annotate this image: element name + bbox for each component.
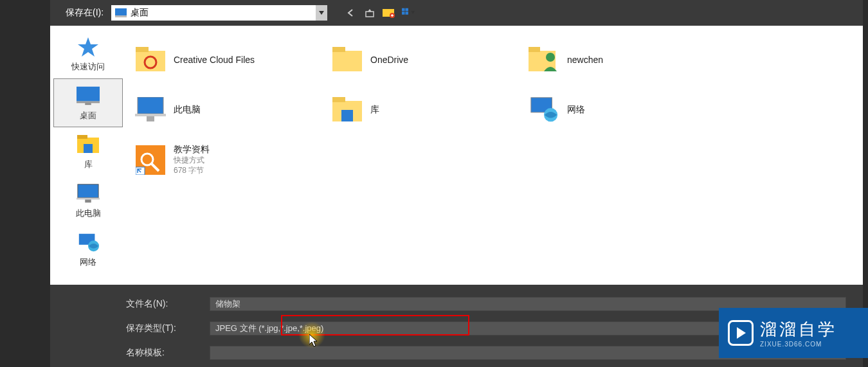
svg-rect-8 xyxy=(77,87,100,102)
user-folder-icon xyxy=(529,44,559,75)
shortcut-icon xyxy=(135,145,166,175)
folder-onedrive[interactable]: OneDrive xyxy=(328,35,525,85)
sidebar-item-label: 库 xyxy=(84,159,93,170)
sidebar-item-network[interactable]: 网络 xyxy=(53,225,123,274)
filename-value: 储物架 xyxy=(215,298,240,310)
svg-rect-23 xyxy=(332,51,362,71)
filetype-label: 保存类型(T): xyxy=(126,323,210,334)
main-area: 快速访问 桌面 库 此电脑 网络 Crea xyxy=(50,26,863,285)
svg-rect-1 xyxy=(115,15,127,17)
item-label: 库 xyxy=(370,104,379,116)
svg-rect-12 xyxy=(84,144,93,153)
svg-rect-0 xyxy=(115,8,127,15)
filetype-value: JPEG 文件 (*.jpg,*.jpe,*.jpeg) xyxy=(215,323,323,334)
desktop-icon xyxy=(115,8,127,17)
shortcut-label: 教学资料 xyxy=(174,144,210,156)
new-folder-icon[interactable] xyxy=(383,6,395,19)
svg-rect-28 xyxy=(138,97,163,114)
sidebar-item-quickaccess[interactable]: 快速访问 xyxy=(53,30,123,78)
watermark: 溜溜自学 ZIXUE.3D66.COM xyxy=(719,308,868,358)
item-libraries[interactable]: 库 xyxy=(328,85,525,135)
watermark-sub: ZIXUE.3D66.COM xyxy=(760,341,837,348)
folder-label: OneDrive xyxy=(370,55,408,65)
library-icon xyxy=(332,94,363,125)
svg-rect-10 xyxy=(85,103,91,105)
svg-rect-5 xyxy=(406,8,409,12)
network-icon xyxy=(529,94,559,125)
monitor-icon xyxy=(77,84,100,107)
svg-rect-6 xyxy=(402,12,405,15)
svg-rect-26 xyxy=(529,47,540,52)
svg-rect-9 xyxy=(77,102,100,103)
pc-icon xyxy=(77,182,100,205)
svg-rect-13 xyxy=(77,135,87,139)
sidebar-item-desktop[interactable]: 桌面 xyxy=(53,78,123,127)
file-listing: Creative Cloud Files OneDrive newchen 此电… xyxy=(126,26,863,285)
item-label: 此电脑 xyxy=(174,104,201,116)
star-icon xyxy=(77,35,100,58)
svg-rect-24 xyxy=(332,47,345,52)
pc-icon xyxy=(135,94,166,125)
folder-icon xyxy=(332,44,363,75)
filename-label: 文件名(N): xyxy=(126,298,210,310)
sidebar-item-thispc[interactable]: 此电脑 xyxy=(53,176,123,225)
folder-creative-cloud[interactable]: Creative Cloud Files xyxy=(131,35,328,85)
svg-rect-30 xyxy=(135,114,166,116)
up-level-icon[interactable] xyxy=(363,6,376,19)
sidebar-item-libraries[interactable]: 库 xyxy=(53,127,123,176)
folder-icon xyxy=(135,44,166,75)
item-label: 网络 xyxy=(567,104,585,116)
view-menu-icon[interactable] xyxy=(402,6,415,19)
svg-rect-33 xyxy=(341,110,353,121)
svg-rect-17 xyxy=(85,199,91,202)
save-in-value: 桌面 xyxy=(131,7,149,19)
svg-rect-7 xyxy=(406,12,409,15)
play-icon xyxy=(728,320,754,346)
folder-user[interactable]: newchen xyxy=(525,35,721,85)
library-icon xyxy=(77,133,100,156)
folder-label: newchen xyxy=(567,55,603,65)
network-icon xyxy=(77,231,100,254)
sidebar-item-label: 桌面 xyxy=(80,110,96,121)
svg-rect-31 xyxy=(147,116,154,121)
svg-rect-4 xyxy=(402,8,405,12)
template-label: 名称模板: xyxy=(126,347,210,359)
folder-label: Creative Cloud Files xyxy=(174,55,255,65)
svg-rect-16 xyxy=(77,198,100,200)
places-sidebar: 快速访问 桌面 库 此电脑 网络 xyxy=(50,26,126,285)
save-in-label: 保存在(I): xyxy=(66,7,104,19)
save-in-combo[interactable]: 桌面 xyxy=(111,5,327,21)
item-thispc[interactable]: 此电脑 xyxy=(131,85,328,135)
svg-rect-14 xyxy=(78,184,98,198)
toolbar-icons xyxy=(344,6,415,19)
watermark-title: 溜溜自学 xyxy=(760,318,837,341)
shortcut-teaching[interactable]: 教学资料 快捷方式 678 字节 xyxy=(131,135,328,185)
sidebar-item-label: 网络 xyxy=(80,256,96,268)
svg-rect-21 xyxy=(136,47,149,52)
dropdown-button[interactable] xyxy=(316,5,327,21)
sidebar-item-label: 此电脑 xyxy=(76,208,101,219)
svg-point-27 xyxy=(546,53,555,62)
back-icon[interactable] xyxy=(344,6,357,19)
shortcut-size: 678 字节 xyxy=(174,166,210,176)
svg-rect-34 xyxy=(332,97,345,102)
sidebar-item-label: 快速访问 xyxy=(71,61,105,73)
top-toolbar: 保存在(I): 桌面 xyxy=(50,0,863,26)
shortcut-type: 快捷方式 xyxy=(174,156,210,166)
item-network[interactable]: 网络 xyxy=(525,85,721,135)
